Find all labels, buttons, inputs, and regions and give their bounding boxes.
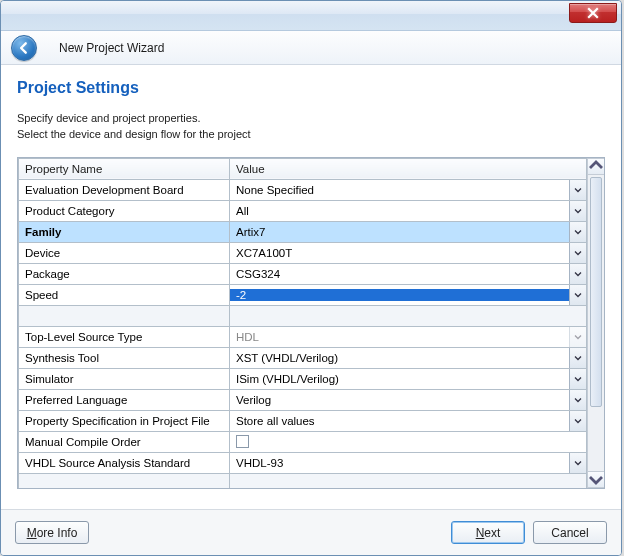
- table-row: Evaluation Development BoardNone Specifi…: [19, 179, 587, 200]
- desc-line: Select the device and design flow for th…: [17, 127, 605, 143]
- table-row: VHDL Source Analysis StandardVHDL-93: [19, 452, 587, 473]
- property-value-cell[interactable]: ISim (VHDL/Verilog): [230, 368, 587, 389]
- property-value-cell[interactable]: All: [230, 200, 587, 221]
- header-value: Value: [230, 158, 587, 179]
- close-button[interactable]: [569, 3, 617, 23]
- table-row: [19, 305, 587, 326]
- property-value-cell[interactable]: CSG324: [230, 263, 587, 284]
- page-description: Specify device and project properties. S…: [17, 111, 605, 143]
- property-value-cell[interactable]: [230, 431, 587, 452]
- property-name-cell: Synthesis Tool: [19, 347, 230, 368]
- property-name-cell: Product Category: [19, 200, 230, 221]
- value-text: Verilog: [230, 394, 569, 406]
- spacer-cell: [19, 305, 230, 326]
- button-label: Cancel: [551, 526, 588, 540]
- grid-scroll-area: Property Name Value Evaluation Developme…: [18, 158, 587, 488]
- scroll-up-button[interactable]: [588, 158, 604, 175]
- mnemonic: N: [476, 526, 485, 540]
- value-text: ISim (VHDL/Verilog): [230, 373, 569, 385]
- button-label: ext: [484, 526, 500, 540]
- property-name-cell: Device: [19, 242, 230, 263]
- wizard-window: New Project Wizard Project Settings Spec…: [0, 0, 622, 556]
- dropdown-button[interactable]: [569, 222, 586, 242]
- chevron-down-icon: [574, 270, 582, 278]
- table-row: Product CategoryAll: [19, 200, 587, 221]
- cancel-button[interactable]: Cancel: [533, 521, 607, 544]
- table-row: DeviceXC7A100T: [19, 242, 587, 263]
- property-value-cell[interactable]: None Specified: [230, 179, 587, 200]
- dropdown-button[interactable]: [569, 348, 586, 368]
- dropdown-button[interactable]: [569, 180, 586, 200]
- next-button[interactable]: Next: [451, 521, 525, 544]
- table-row: Property Specification in Project FileSt…: [19, 410, 587, 431]
- close-icon: [587, 7, 599, 19]
- chevron-down-icon: [574, 396, 582, 404]
- property-value-cell[interactable]: -2: [230, 284, 587, 305]
- property-name-cell: Simulator: [19, 368, 230, 389]
- value-text: XC7A100T: [230, 247, 569, 259]
- value-text: Artix7: [230, 226, 569, 238]
- property-name-cell: Family: [19, 221, 230, 242]
- scroll-track[interactable]: [588, 175, 604, 471]
- spacer-cell: [230, 473, 587, 488]
- content-area: Project Settings Specify device and proj…: [1, 65, 621, 489]
- back-button[interactable]: [11, 35, 37, 61]
- table-row: Speed-2: [19, 284, 587, 305]
- dropdown-button[interactable]: [569, 264, 586, 284]
- header-property-name: Property Name: [19, 158, 230, 179]
- chevron-down-icon: [574, 186, 582, 194]
- property-value-cell[interactable]: Store all values: [230, 410, 587, 431]
- property-value-cell[interactable]: Artix7: [230, 221, 587, 242]
- property-name-cell: VHDL Source Analysis Standard: [19, 452, 230, 473]
- table-row: [19, 473, 587, 488]
- property-name-cell: Manual Compile Order: [19, 431, 230, 452]
- more-info-button[interactable]: More Info: [15, 521, 89, 544]
- properties-table: Property Name Value Evaluation Developme…: [18, 158, 587, 488]
- dropdown-button[interactable]: [569, 285, 586, 305]
- properties-grid: Property Name Value Evaluation Developme…: [17, 157, 605, 489]
- chevron-down-icon: [574, 375, 582, 383]
- value-text: None Specified: [230, 184, 569, 196]
- spacer-cell: [19, 473, 230, 488]
- vertical-scrollbar[interactable]: [587, 158, 604, 488]
- button-label: ore Info: [37, 526, 78, 540]
- value-text: VHDL-93: [230, 457, 569, 469]
- checkbox[interactable]: [236, 435, 249, 448]
- titlebar: [1, 1, 621, 31]
- property-value-cell[interactable]: XC7A100T: [230, 242, 587, 263]
- property-value-cell[interactable]: HDL: [230, 326, 587, 347]
- property-name-cell: Top-Level Source Type: [19, 326, 230, 347]
- dropdown-button[interactable]: [569, 411, 586, 431]
- value-text: Store all values: [230, 415, 569, 427]
- scroll-down-button[interactable]: [588, 471, 604, 488]
- table-row: PackageCSG324: [19, 263, 587, 284]
- chevron-down-icon: [574, 354, 582, 362]
- table-header-row: Property Name Value: [19, 158, 587, 179]
- value-text: XST (VHDL/Verilog): [230, 352, 569, 364]
- chevron-down-icon: [588, 471, 604, 487]
- nav-title: New Project Wizard: [59, 41, 164, 55]
- property-value-cell[interactable]: XST (VHDL/Verilog): [230, 347, 587, 368]
- chevron-down-icon: [574, 417, 582, 425]
- property-value-cell[interactable]: Verilog: [230, 389, 587, 410]
- scroll-thumb[interactable]: [590, 177, 602, 407]
- value-text: -2: [230, 289, 569, 301]
- property-name-cell: Speed: [19, 284, 230, 305]
- spacer-cell: [230, 305, 587, 326]
- dropdown-button[interactable]: [569, 201, 586, 221]
- property-value-cell[interactable]: VHDL-93: [230, 452, 587, 473]
- chevron-down-icon: [574, 207, 582, 215]
- table-row: FamilyArtix7: [19, 221, 587, 242]
- value-text: All: [230, 205, 569, 217]
- chevron-down-icon: [574, 228, 582, 236]
- table-row: Manual Compile Order: [19, 431, 587, 452]
- dropdown-button[interactable]: [569, 243, 586, 263]
- mnemonic: M: [27, 526, 37, 540]
- dropdown-button[interactable]: [569, 390, 586, 410]
- dropdown-button: [569, 327, 586, 347]
- chevron-down-icon: [574, 249, 582, 257]
- dropdown-button[interactable]: [569, 453, 586, 473]
- dropdown-button[interactable]: [569, 369, 586, 389]
- arrow-left-icon: [17, 41, 31, 55]
- table-row: Preferred LanguageVerilog: [19, 389, 587, 410]
